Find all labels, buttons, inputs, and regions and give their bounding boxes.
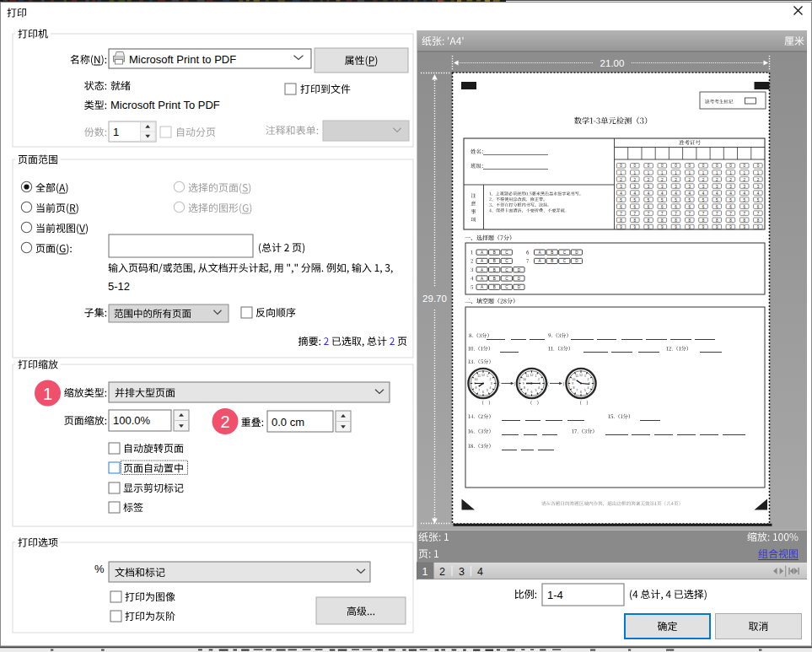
svg-text:Microsoft Print to PDF: Microsoft Print to PDF: [129, 53, 236, 66]
svg-text:11: 11: [575, 374, 578, 378]
svg-text:7: 7: [527, 389, 529, 392]
svg-text:9: 9: [572, 382, 573, 385]
svg-text:5: 5: [584, 389, 586, 392]
svg-text:11: 11: [477, 374, 481, 378]
svg-text:10: 10: [475, 378, 478, 381]
svg-text:4: 4: [490, 386, 492, 390]
svg-text:10: 10: [573, 378, 576, 381]
svg-text:9: 9: [523, 382, 524, 385]
svg-text:12: 12: [481, 374, 485, 377]
svg-text:11: 11: [526, 374, 530, 378]
svg-text:2: 2: [538, 378, 540, 381]
svg-text:B: B: [493, 259, 496, 263]
svg-text:100.0%: 100.0%: [113, 414, 151, 427]
svg-text:0.0 cm: 0.0 cm: [272, 416, 304, 428]
svg-text:2: 2: [490, 378, 492, 381]
svg-text:2: 2: [220, 412, 229, 431]
svg-text:6: 6: [580, 391, 582, 394]
svg-text:B: B: [493, 251, 496, 255]
svg-text:1: 1: [113, 126, 119, 138]
svg-text:4: 4: [538, 386, 540, 390]
svg-text:5: 5: [535, 389, 536, 392]
svg-text:12: 12: [579, 374, 583, 377]
svg-text:7: 7: [576, 389, 578, 392]
svg-text:10: 10: [523, 378, 526, 381]
svg-text:5: 5: [487, 389, 488, 392]
svg-text:1: 1: [43, 385, 52, 403]
svg-text:1: 1: [535, 374, 536, 378]
svg-text:1: 1: [487, 374, 488, 378]
svg-text:%: %: [94, 563, 105, 575]
svg-text:3: 3: [491, 382, 492, 385]
svg-text:4: 4: [477, 566, 483, 578]
svg-text:B: B: [493, 285, 496, 289]
svg-text:3: 3: [459, 566, 465, 578]
svg-text:8: 8: [573, 386, 575, 390]
svg-text:29.70: 29.70: [422, 294, 447, 304]
svg-text:12: 12: [530, 374, 534, 377]
svg-text:B: B: [493, 277, 496, 281]
svg-text:2: 2: [588, 378, 589, 381]
svg-text:21.00: 21.00: [600, 58, 625, 68]
svg-text:Microsoft Print To PDF: Microsoft Print To PDF: [110, 99, 220, 111]
svg-text:5-12: 5-12: [108, 280, 130, 293]
svg-text:B: B: [493, 268, 496, 272]
svg-text:7: 7: [478, 389, 480, 392]
svg-text:6: 6: [531, 391, 533, 394]
svg-text:2: 2: [439, 566, 445, 578]
svg-text:1-4: 1-4: [547, 589, 563, 601]
svg-text:B: B: [551, 259, 553, 263]
svg-text:8: 8: [476, 386, 477, 390]
svg-text:B: B: [551, 251, 553, 255]
svg-text:4: 4: [588, 386, 589, 390]
svg-text:1: 1: [584, 374, 586, 378]
svg-text:8: 8: [524, 386, 525, 390]
svg-text:6: 6: [482, 391, 484, 394]
svg-text:1: 1: [422, 566, 428, 578]
